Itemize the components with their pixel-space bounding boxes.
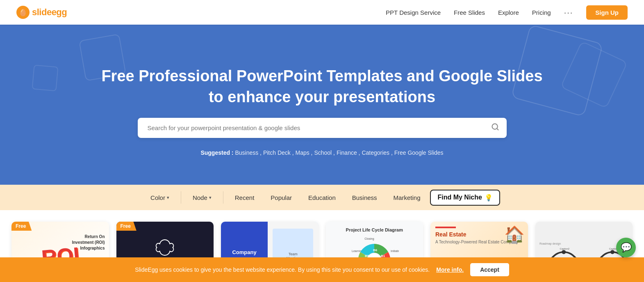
svg-text:Roadmap design: Roadmap design <box>539 242 560 245</box>
svg-line-1 <box>496 128 498 130</box>
filter-node[interactable]: Node ▾ <box>186 191 218 204</box>
filter-marketing[interactable]: Marketing <box>387 191 427 204</box>
house-icon: 🏠 <box>504 225 525 244</box>
cookie-more-info[interactable]: More info. <box>436 266 464 273</box>
search-button[interactable] <box>484 118 507 138</box>
svg-text:B6: B6 <box>373 248 378 252</box>
filter-recent[interactable]: Recent <box>228 191 261 204</box>
filter-find-niche[interactable]: Find My Niche 💡 <box>430 190 500 206</box>
signup-button[interactable]: Sign Up <box>586 5 628 20</box>
nav-explore[interactable]: Explore <box>498 9 519 16</box>
svg-point-19 <box>610 250 614 254</box>
search-icon <box>491 123 499 131</box>
filter-divider-2 <box>223 191 223 204</box>
svg-text:Initiating: Initiating <box>391 250 399 253</box>
search-input[interactable] <box>138 118 507 138</box>
chat-icon: 💬 <box>621 242 632 253</box>
nav-pricing[interactable]: Pricing <box>532 9 551 16</box>
svg-text:Caption2: Caption2 <box>560 248 569 250</box>
chevron-down-icon-2: ▾ <box>209 195 212 200</box>
suggested-links: Suggested : Business , Pitch Deck , Maps… <box>16 149 628 156</box>
hero-headline: Free Professional PowerPoint Templates a… <box>16 66 628 108</box>
cookie-banner: SlideEgg uses cookies to give you the be… <box>0 257 644 282</box>
filter-divider-1 <box>181 191 181 204</box>
nav-free-slides[interactable]: Free Slides <box>454 9 485 16</box>
badge-free-roi: Free <box>11 222 32 231</box>
suggested-business[interactable]: Business <box>235 149 258 156</box>
filter-popular[interactable]: Popular <box>264 191 298 204</box>
filter-bar: Color ▾ Node ▾ Recent Popular Education … <box>0 185 644 210</box>
suggested-google-slides[interactable]: Free Google Slides <box>394 149 444 156</box>
logo-text: slideegg <box>32 7 67 18</box>
lightbulb-icon: 💡 <box>485 194 493 202</box>
cookie-message: SlideEgg uses cookies to give you the be… <box>135 266 430 273</box>
logo-icon: 🥚 <box>16 6 30 19</box>
navbar: 🥚 slideegg PPT Design Service Free Slide… <box>0 0 644 25</box>
badge-free-openai: Free <box>116 222 137 231</box>
suggested-pitchdeck[interactable]: Pitch Deck <box>263 149 291 156</box>
filter-color[interactable]: Color ▾ <box>144 191 176 204</box>
svg-point-17 <box>562 250 566 254</box>
chat-bubble[interactable]: 💬 <box>616 238 636 257</box>
cookie-accept-button[interactable]: Accept <box>470 263 509 276</box>
filter-education[interactable]: Education <box>302 191 342 204</box>
suggested-school[interactable]: School <box>314 149 332 156</box>
search-bar <box>138 118 507 138</box>
chevron-down-icon: ▾ <box>167 195 169 200</box>
svg-text:Closing: Closing <box>365 237 374 241</box>
nav-ppt-design[interactable]: PPT Design Service <box>386 9 441 16</box>
suggested-finance[interactable]: Finance <box>337 149 357 156</box>
hero-section: Free Professional PowerPoint Templates a… <box>0 25 644 185</box>
suggested-maps[interactable]: Maps <box>296 149 309 156</box>
suggested-categories[interactable]: Categories <box>362 149 389 156</box>
logo[interactable]: 🥚 slideegg <box>16 6 67 19</box>
nav-more-icon[interactable]: ··· <box>564 8 573 17</box>
filter-business[interactable]: Business <box>346 191 384 204</box>
nav-links: PPT Design Service Free Slides Explore P… <box>386 5 628 20</box>
